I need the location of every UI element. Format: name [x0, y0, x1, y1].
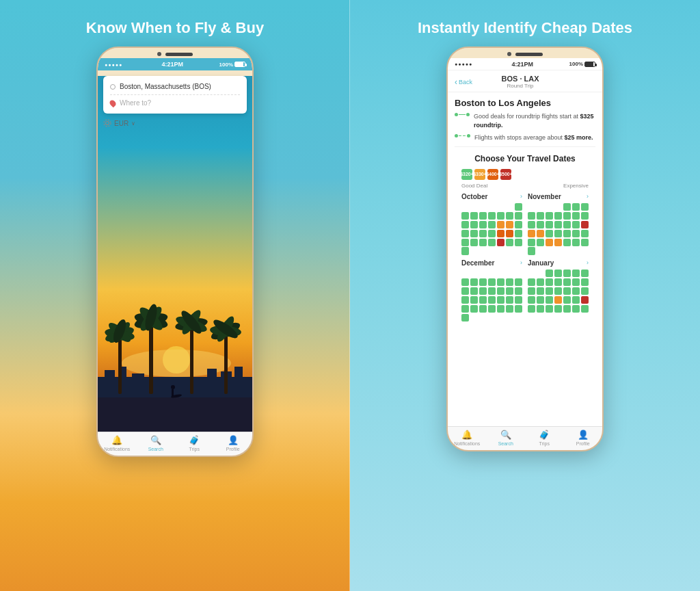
cal-cell — [461, 278, 469, 286]
cal-cell — [479, 314, 487, 321]
cal-cell — [461, 296, 469, 304]
cal-cell — [537, 278, 544, 286]
cal-cell — [506, 230, 513, 237]
tropical-scene — [98, 226, 252, 432]
cal-cell — [506, 314, 513, 321]
cal-cell — [515, 314, 522, 321]
cal-cell — [470, 221, 478, 228]
cal-cell — [515, 296, 522, 304]
cal-cell — [488, 221, 496, 228]
cal-cell — [563, 247, 571, 254]
right-phone-screen: ‹ Back BOS · LAX Round Trip Boston to Lo… — [448, 70, 602, 426]
left-panel: Know When to Fly & Buy ●●●●● ️ 4:21PM 10… — [0, 0, 350, 591]
cal-cell — [528, 239, 535, 246]
cal-cell — [572, 212, 580, 220]
cal-cell — [461, 247, 469, 254]
right-nav-trips[interactable]: 🧳 Trips — [525, 430, 564, 446]
cal-cell — [488, 212, 496, 220]
cal-cell — [528, 287, 535, 295]
speaker — [165, 53, 193, 56]
cal-cell — [572, 287, 580, 295]
flight-city: Boston to Los Angeles — [455, 98, 595, 108]
cal-cell — [470, 212, 478, 220]
cal-cell — [515, 247, 522, 254]
deal-text-1: Good deals for roundtrip flights start a… — [474, 112, 595, 129]
right-status-time: 4:21PM — [512, 61, 534, 68]
cal-cell — [537, 247, 544, 254]
camera — [157, 52, 161, 56]
nav-notifications[interactable]: 🔔 Notifications — [98, 435, 137, 451]
cal-cell — [554, 203, 562, 211]
cal-cell — [554, 278, 562, 286]
cal-cell — [572, 314, 580, 321]
cal-cell — [461, 305, 469, 313]
cal-cell — [581, 296, 589, 304]
search-from: Boston, Massachusetts (BOS) — [120, 83, 211, 90]
cal-cell — [461, 203, 469, 211]
left-phone-nav: 🔔 Notifications 🔍 Search 🧳 Trips 👤 Profi… — [98, 432, 252, 456]
price-legend: $320+ $330+ $400+ $500+ — [461, 169, 589, 180]
cal-cell — [470, 230, 478, 237]
cal-cell — [563, 212, 571, 220]
back-button[interactable]: ‹ Back — [455, 77, 472, 87]
cal-cell — [479, 287, 487, 295]
right-nav-notifications[interactable]: 🔔 Notifications — [448, 430, 487, 446]
cal-cell — [528, 270, 535, 277]
cal-cell — [572, 221, 580, 228]
cal-cell — [546, 270, 553, 277]
right-nav-search[interactable]: 🔍 Search — [487, 430, 526, 446]
cal-cell — [581, 278, 589, 286]
right-status-bar: ●●●●● ️ 4:21PM 100% — [448, 58, 602, 70]
cal-cell — [546, 230, 553, 237]
cal-cell — [554, 247, 562, 254]
cal-cell — [470, 270, 478, 277]
legend-orange-light: $330+ — [474, 169, 485, 180]
cal-cell — [470, 305, 478, 313]
currency-button[interactable]: EUR ∨ — [103, 119, 247, 127]
svg-rect-18 — [149, 322, 153, 394]
nav-profile[interactable]: 👤 Profile — [214, 435, 253, 451]
cal-cell — [515, 287, 522, 295]
cal-cell — [497, 221, 504, 228]
camera-right — [507, 52, 511, 56]
right-nav-profile[interactable]: 👤 Profile — [564, 430, 603, 446]
calendar-december-grid — [461, 270, 522, 321]
cal-cell — [506, 278, 513, 286]
cal-cell — [554, 314, 562, 321]
cal-cell — [461, 287, 469, 295]
cal-cell — [537, 239, 544, 246]
search-box[interactable]: Boston, Massachusetts (BOS) Where to? — [103, 76, 247, 114]
cal-cell — [515, 239, 522, 246]
cal-cell — [554, 221, 562, 228]
cal-cell — [479, 270, 487, 277]
svg-point-0 — [106, 122, 109, 125]
cal-cell — [528, 296, 535, 304]
nav-search[interactable]: 🔍 Search — [137, 435, 176, 451]
calendar-november: November › — [528, 193, 589, 255]
calendars-row-1: October › November › — [461, 193, 589, 255]
cal-cell — [572, 239, 580, 246]
svg-rect-6 — [105, 370, 115, 384]
cal-cell — [515, 270, 522, 277]
cal-cell — [572, 270, 580, 277]
cal-cell — [506, 239, 513, 246]
deal-row-1: Good deals for roundtrip flights start a… — [455, 112, 595, 129]
nav-trips[interactable]: 🧳 Trips — [175, 435, 214, 451]
cal-cell — [554, 230, 562, 237]
cal-cell — [581, 239, 589, 246]
cal-cell — [563, 270, 571, 277]
cal-cell — [581, 221, 589, 228]
cal-cell — [537, 305, 544, 313]
status-time: 4:21PM — [162, 61, 184, 68]
calendar-january: January › — [528, 259, 589, 321]
cal-cell — [470, 203, 478, 211]
cal-cell — [506, 305, 513, 313]
cal-cell — [470, 278, 478, 286]
cal-cell — [506, 296, 513, 304]
legend-green: $320+ — [461, 169, 472, 180]
right-phone-nav: 🔔 Notifications 🔍 Search 🧳 Trips 👤 Profi… — [448, 426, 602, 450]
cal-cell — [461, 221, 469, 228]
cal-cell — [497, 247, 504, 254]
cal-cell — [572, 203, 580, 211]
cal-cell — [488, 230, 496, 237]
